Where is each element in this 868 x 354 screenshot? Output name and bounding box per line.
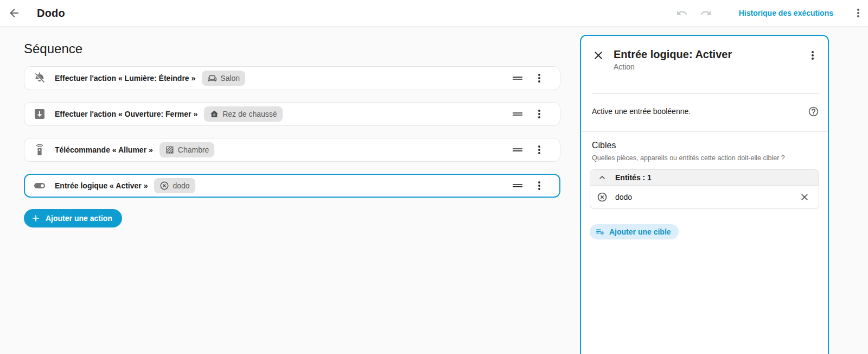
action-label: Entrée logique « Activer » [55,181,148,190]
action-menu-button[interactable] [533,179,546,192]
entities-count: Entités : 1 [615,173,652,182]
action-row[interactable]: Entrée logique « Activer » dodo [24,174,560,198]
drag-handle[interactable] [511,72,524,85]
action-label: Télécommande « Allumer » [55,146,153,154]
drag-handle[interactable] [511,179,524,192]
plus-icon [30,213,41,224]
target-chip[interactable]: Chambre [159,142,215,157]
panel-titles: Entrée logique: Activer Action [614,48,732,72]
remote-icon [33,143,46,156]
close-circle-outline-icon [597,192,608,203]
action-detail-panel: Entrée logique: Activer Action Active un… [580,35,829,354]
action-label: Effectuer l'action « Lumière: Éteindre » [55,74,195,83]
action-menu-button[interactable] [533,143,546,156]
toggle-switch-icon [33,179,46,192]
overflow-menu-button[interactable] [852,7,865,20]
home-floor-0-icon: 0 [209,109,219,119]
chip-label: Chambre [178,146,209,154]
entity-label: dodo [615,193,632,201]
action-menu-button[interactable] [533,108,546,121]
remove-entity-button[interactable] [799,192,810,203]
chip-label: Salon [220,74,240,83]
action-row[interactable]: Télécommande « Allumer » Chambre [24,138,560,162]
topbar-actions: Historique des exécutions [676,7,868,20]
targets-title: Cibles [592,140,819,151]
sequence-heading: Séquence [24,41,560,56]
back-button[interactable] [8,7,21,20]
chip-label: dodo [173,181,189,190]
panel-menu-button[interactable] [806,49,819,62]
target-chip[interactable]: dodo [154,178,195,193]
action-row[interactable]: Effectuer l'action « Lumière: Éteindre »… [24,66,560,90]
entities-expander[interactable]: Entités : 1 [590,170,819,186]
add-target-label: Ajouter une cible [609,227,671,236]
targets-section: Cibles Quelles pièces, appareils ou enti… [581,132,828,163]
description-row: Active une entrée booléenne. [581,94,828,131]
undo-button[interactable] [676,7,688,19]
chevron-up-icon [597,172,608,183]
action-row[interactable]: Effectuer l'action « Ouverture: Fermer »… [24,102,560,126]
chip-label: Rez de chaussé [222,110,277,118]
drag-handle[interactable] [511,108,524,121]
page-title: Dodo [37,7,65,20]
panel-subtitle: Action [614,62,732,72]
redo-button[interactable] [700,7,712,19]
panel-title: Entrée logique: Activer [614,48,732,61]
targets-subtitle: Quelles pièces, appareils ou entités cet… [592,153,819,163]
entity-row[interactable]: dodo [590,186,819,208]
close-panel-button[interactable] [592,49,605,62]
dots-vertical-icon [852,7,865,20]
panel-header: Entrée logique: Activer Action [581,36,828,72]
sofa-icon [207,73,217,83]
target-chip[interactable]: Salon [202,71,245,86]
sequence-editor: Séquence Effectuer l'action « Lumière: É… [24,27,560,227]
undo-icon [676,7,688,19]
entity-list: dodo [590,186,819,208]
playlist-plus-icon [595,227,605,237]
run-history-link[interactable]: Historique des exécutions [739,9,833,17]
arrow-down-box-icon [33,108,46,121]
topbar: Dodo Historique des exécutions [0,0,868,27]
redo-icon [700,7,712,19]
texture-box-icon [165,145,175,155]
arrow-left-icon [8,7,21,20]
ceiling-light-off-icon [33,72,46,85]
help-circle-icon [808,106,819,117]
action-label: Effectuer l'action « Ouverture: Fermer » [55,110,197,118]
action-description: Active une entrée booléenne. [592,106,691,117]
target-chip[interactable]: 0 Rez de chaussé [204,106,282,122]
drag-handle[interactable] [511,143,524,156]
close-icon [592,49,605,62]
dots-vertical-icon [806,49,819,62]
entities-box: Entités : 1 dodo [590,169,819,209]
svg-text:0: 0 [213,113,215,117]
close-circle-outline-icon [159,181,169,191]
help-button[interactable] [808,106,819,117]
add-action-label: Ajouter une action [46,214,112,223]
add-action-button[interactable]: Ajouter une action [24,209,122,227]
action-list: Effectuer l'action « Lumière: Éteindre »… [24,66,560,198]
add-target-button[interactable]: Ajouter une cible [590,224,679,239]
action-menu-button[interactable] [533,72,546,85]
